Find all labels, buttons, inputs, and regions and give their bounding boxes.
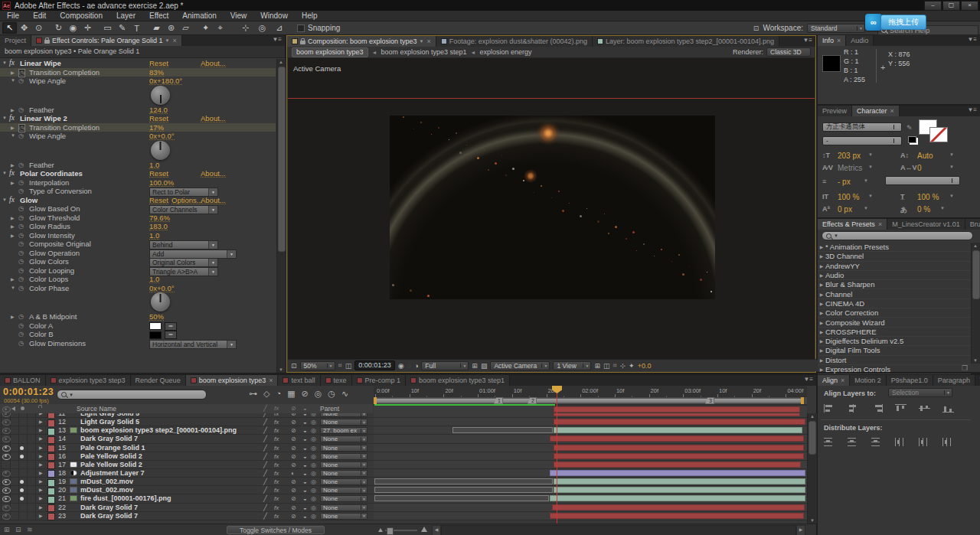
motion-blur-switch-icon[interactable]: ⊘ [291,494,296,503]
angle-dial[interactable] [151,86,170,105]
layer-color-swatch[interactable] [47,496,55,504]
layer-duration-bar[interactable] [550,470,805,476]
property-value[interactable]: 17% [149,123,164,132]
twirl-down-icon[interactable]: ▼ [2,60,7,65]
layer-duration-bar[interactable] [452,427,553,433]
horizontal-scrollbar[interactable] [441,525,796,535]
parent-pickwhip-icon[interactable]: ◎ [311,452,316,461]
stopwatch-icon[interactable]: ◷ [18,214,24,221]
parent-pickwhip-icon[interactable]: ◎ [311,444,316,452]
menu-file[interactable]: File [0,11,26,21]
video-eye-icon[interactable] [2,514,11,520]
layer-row-19[interactable]: ▶19mDust_002.mov╱fx⊘◒◎None▼ [0,478,807,486]
menu-layer[interactable]: Layer [109,11,142,21]
layer-row-23[interactable]: ▶23Dark Gray Solid 7╱fx⊘◒◎None▼ [0,512,807,520]
horizontal-scale-value[interactable]: 100 % [917,193,939,201]
twirl-right-icon[interactable]: ▶ [818,357,825,363]
scroll-left-icon[interactable]: ◀ [432,525,441,535]
chevron-down-icon[interactable]: ▼ [868,165,873,169]
tab-effects-presets[interactable]: Effects & Presets× [818,219,887,230]
zoom-in-mountain-icon[interactable] [421,527,427,532]
align-left-button[interactable] [824,404,835,413]
video-eye-icon[interactable] [2,471,11,477]
tab-audio[interactable]: Audio [846,35,874,46]
layer-bar-track[interactable] [374,504,807,511]
composition-viewport[interactable]: Active Camera [288,58,815,361]
fast-preview-icon[interactable]: ◫ [345,362,352,370]
distribute-horizontal-center-button[interactable] [919,438,930,446]
parent-pickwhip-icon[interactable]: ◎ [311,413,316,418]
layer-row-17[interactable]: ▶17Pale Yellow Solid 2╱fx⊘◒◎None▼ [0,461,807,469]
motion-blur-icon[interactable]: ⊘ [302,389,309,399]
twirl-right-icon[interactable]: ▶ [818,253,825,259]
tab-pre-comp-1[interactable]: Pre-comp 1 [352,375,407,386]
fx-switch-icon[interactable]: fx [274,452,279,461]
layer-duration-bar[interactable] [552,504,805,511]
chevron-down-icon[interactable]: ▼ [864,178,868,183]
resolution-dropdown[interactable]: Full▼ [421,361,469,370]
scroll-down-icon[interactable]: ▼ [277,367,285,372]
menu-help[interactable]: Help [295,11,325,21]
current-time-display[interactable]: 0:00:01:23 [3,387,54,397]
parent-dropdown[interactable]: None▼ [320,413,368,417]
tab-boom-explosion-type3[interactable]: boom explosion type3× [186,375,279,386]
playhead[interactable] [557,393,557,524]
stopwatch-icon[interactable]: ◷ [18,240,24,247]
solo-icon[interactable] [20,488,24,492]
stopwatch-icon[interactable]: ◷ [18,340,24,347]
crumb-comp-3[interactable]: explosion energy [480,48,532,56]
panel-menu-icon[interactable]: ▼≡ [799,36,815,47]
layer-duration-bar[interactable] [374,495,549,501]
distribute-bottom-button[interactable] [871,438,883,446]
expand-switches-icon[interactable]: ⊞ [4,526,10,533]
quality-switch-icon[interactable]: ╱ [263,478,267,486]
zoom-slider-handle[interactable] [387,527,394,535]
tab-character[interactable]: Character× [852,106,900,116]
layer-row-14[interactable]: ▶14Dark Gray Solid 7╱fx⊘◒◎None▼ [0,435,807,443]
pen-tool-icon[interactable]: ✎ [115,22,129,34]
twirl-right-icon[interactable]: ▶ [818,329,825,334]
fx-switch-icon[interactable]: fx [274,418,279,426]
twirl-right-icon[interactable]: ▶ [818,272,825,278]
chevron-down-icon[interactable]: ▼ [868,152,873,157]
category-cinema-4d[interactable]: ▶CINEMA 4D [818,299,971,308]
rotation-tool-icon[interactable]: ↻ [51,22,66,34]
layer-duration-bar[interactable] [554,427,802,433]
effects-scrollbar[interactable]: ▲ ▼ [276,59,286,373]
font-style-dropdown[interactable]: -▼ [822,136,902,145]
layer-duration-bar[interactable] [374,487,553,493]
menu-window[interactable]: Window [253,11,295,21]
parent-dropdown[interactable]: None▼ [320,513,368,520]
layer-bar-track[interactable] [374,435,807,442]
3d-switch-icon[interactable]: ◒ [303,413,307,418]
layer-bar-track[interactable] [374,494,807,502]
layer-duration-bar[interactable] [554,478,805,484]
layer-duration-bar[interactable] [554,445,804,451]
3d-switch-icon[interactable]: ◒ [303,435,307,443]
kerning-value[interactable]: Metrics [838,164,862,172]
category-color-correction[interactable]: ▶Color Correction [818,308,971,318]
view-axis-mode-icon[interactable]: ⊿ [272,22,286,34]
twirl-right-icon[interactable]: ▶ [818,367,825,372]
twirl-right-icon[interactable]: ▶ [39,444,43,452]
unified-camera-tool-icon[interactable]: ◉ [66,22,80,34]
category-composite-wizard[interactable]: ▶Composite Wizard [818,318,971,327]
minimize-button[interactable]: – [924,1,942,11]
parent-dropdown[interactable]: None▼ [320,453,368,460]
parent-pickwhip-icon[interactable]: ◎ [311,461,316,469]
fx-switch-icon[interactable]: fx [274,494,279,503]
tab-paragraph[interactable]: Paragraph [933,375,975,386]
layer-color-swatch[interactable] [47,419,55,427]
layer-bar-track[interactable] [374,426,807,434]
layer-duration-bar[interactable] [554,419,805,425]
panel-menu-icon[interactable]: ▼≡ [269,35,285,46]
layer-duration-bar[interactable] [550,436,804,442]
scroll-down-icon[interactable]: ▼ [972,358,979,363]
category-andrewyy[interactable]: ▶AndrewYY [818,262,971,271]
twirl-right-icon[interactable]: ▶ [39,452,43,461]
twirl-right-icon[interactable]: ▶ [39,494,43,503]
tab-render-queue[interactable]: Render Queue [131,375,186,386]
parent-pickwhip-icon[interactable]: ◎ [311,478,316,486]
reset-link[interactable]: Reset [149,169,168,178]
parent-dropdown[interactable]: None▼ [320,495,368,502]
